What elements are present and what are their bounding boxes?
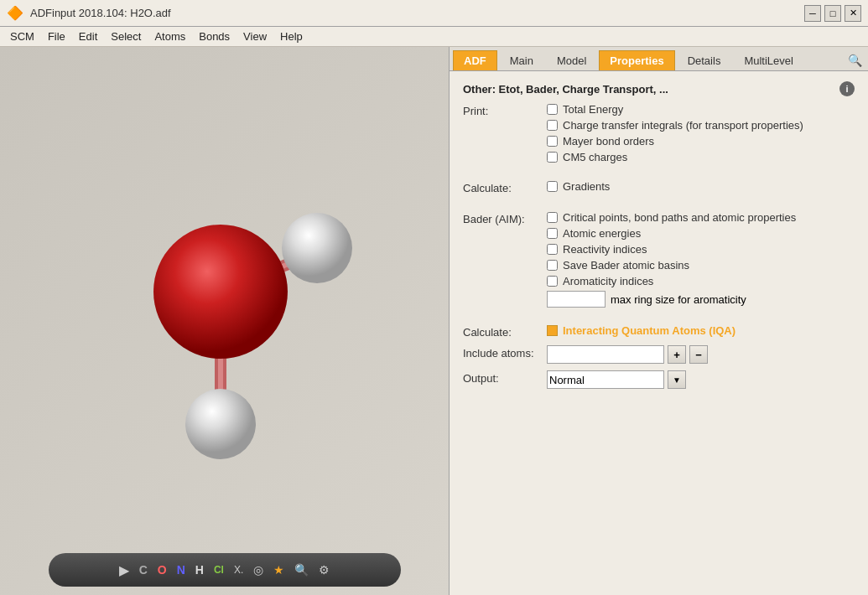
tab-multilevel[interactable]: MultiLevel: [733, 50, 804, 70]
print-total-energy-checkbox[interactable]: [547, 104, 558, 115]
menu-help[interactable]: Help: [273, 28, 309, 44]
output-row: Output: Normal Debug Minimal ▼: [463, 370, 855, 389]
print-charge-transfer-label: Charge transfer integrals (for transport…: [563, 119, 803, 132]
include-atoms-add-button[interactable]: +: [668, 345, 686, 364]
bader-label: Bader (AIM):: [463, 211, 547, 225]
print-label: Print:: [463, 103, 547, 117]
bader-atomic-energies-label: Atomic energies: [563, 227, 641, 240]
menu-view[interactable]: View: [236, 28, 273, 44]
menu-file[interactable]: File: [41, 28, 72, 44]
print-mayer-bond-label: Mayer bond orders: [563, 135, 654, 147]
settings-icon[interactable]: ⚙: [319, 563, 330, 577]
print-row: Print: Total Energy Charge transfer inte…: [463, 103, 855, 163]
bader-aromaticity-label: Aromaticity indices: [563, 275, 653, 287]
menu-bonds[interactable]: Bonds: [192, 28, 236, 44]
output-controls: Normal Debug Minimal ▼: [547, 370, 686, 389]
menu-select[interactable]: Select: [104, 28, 148, 44]
tab-search-icon[interactable]: 🔍: [845, 50, 865, 70]
content-area: Other: Etot, Bader, Charge Transport, ..…: [450, 71, 868, 595]
menu-atoms[interactable]: Atoms: [148, 28, 192, 44]
include-atoms-input[interactable]: [547, 345, 664, 364]
tab-details[interactable]: Details: [677, 50, 732, 70]
svg-point-4: [153, 225, 288, 359]
tab-adf[interactable]: ADF: [453, 50, 497, 70]
svg-point-6: [185, 389, 256, 459]
bader-aromaticity-checkbox[interactable]: [547, 276, 558, 287]
search-icon[interactable]: 🔍: [294, 563, 309, 577]
favorite-icon[interactable]: ★: [273, 563, 284, 577]
svg-point-5: [282, 213, 352, 283]
cursor-icon[interactable]: ▶: [119, 562, 129, 578]
calculate-label: Calculate:: [463, 180, 547, 194]
tab-properties[interactable]: Properties: [599, 50, 674, 70]
iqa-checkbox-indicator: [547, 325, 558, 336]
tab-main[interactable]: Main: [499, 50, 544, 70]
bader-aromaticity[interactable]: Aromaticity indices: [547, 275, 796, 287]
tab-model[interactable]: Model: [546, 50, 597, 70]
menu-edit[interactable]: Edit: [72, 28, 104, 44]
menubar: SCM File Edit Select Atoms Bonds View He…: [0, 27, 868, 47]
maximize-button[interactable]: □: [824, 5, 841, 22]
menu-scm[interactable]: SCM: [3, 28, 41, 44]
print-cm5-checkbox[interactable]: [547, 152, 558, 163]
print-charge-transfer-checkbox[interactable]: [547, 120, 558, 131]
molecule-svg: [65, 124, 384, 476]
print-mayer-bond-checkbox[interactable]: [547, 136, 558, 147]
nitrogen-icon[interactable]: N: [177, 563, 185, 577]
print-charge-transfer[interactable]: Charge transfer integrals (for transport…: [547, 119, 803, 132]
oxygen-icon[interactable]: O: [158, 563, 167, 577]
include-atoms-controls: + −: [547, 345, 708, 364]
molecule-canvas: [0, 47, 449, 553]
bader-atomic-energies[interactable]: Atomic energies: [547, 227, 796, 240]
bader-atomic-energies-checkbox[interactable]: [547, 228, 558, 239]
right-panel: ADF Main Model Properties Details MultiL…: [449, 47, 868, 595]
bader-row: Bader (AIM): Critical points, bond paths…: [463, 211, 855, 308]
hydrogen-icon[interactable]: H: [195, 563, 204, 577]
app-icon: 🔶: [7, 5, 23, 21]
output-dropdown-button[interactable]: ▼: [668, 370, 686, 389]
titlebar: 🔶 ADFinput 2018.104: H2O.adf ─ □ ✕: [0, 0, 868, 27]
window-title: ADFinput 2018.104: H2O.adf: [30, 7, 171, 19]
info-icon[interactable]: i: [839, 81, 855, 96]
window-controls: ─ □ ✕: [804, 5, 861, 22]
iqa-calculate-label: Calculate:: [463, 324, 547, 339]
output-label: Output:: [463, 370, 547, 385]
calc-gradients-checkbox[interactable]: [547, 181, 558, 192]
print-cm5-label: CM5 charges: [563, 151, 627, 163]
print-total-energy[interactable]: Total Energy: [547, 103, 803, 116]
calculate-row: Calculate: Gradients: [463, 180, 855, 194]
main-layout: ▶ C O N H Cl X. ◎ ★ 🔍 ⚙ ADF Main Model P…: [0, 47, 868, 595]
print-mayer-bond[interactable]: Mayer bond orders: [547, 135, 803, 147]
include-atoms-row: Include atoms: + −: [463, 345, 855, 364]
bader-critical-points[interactable]: Critical points, bond paths and atomic p…: [547, 211, 796, 224]
iqa-controls: Interacting Quantum Atoms (IQA): [547, 324, 735, 337]
bader-reactivity-checkbox[interactable]: [547, 244, 558, 255]
bader-save-basins-label: Save Bader atomic basins: [563, 259, 689, 272]
bader-save-basins[interactable]: Save Bader atomic basins: [547, 259, 796, 272]
iqa-label[interactable]: Interacting Quantum Atoms (IQA): [563, 324, 735, 337]
iqa-calculate-row: Calculate: Interacting Quantum Atoms (IQ…: [463, 324, 855, 339]
bader-save-basins-checkbox[interactable]: [547, 260, 558, 271]
print-controls: Total Energy Charge transfer integrals (…: [547, 103, 803, 163]
minimize-button[interactable]: ─: [804, 5, 821, 22]
bader-critical-points-checkbox[interactable]: [547, 212, 558, 223]
max-ring-label: max ring size for aromaticity: [611, 293, 746, 306]
include-atoms-label: Include atoms:: [463, 345, 547, 360]
bader-reactivity-label: Reactivity indices: [563, 243, 647, 256]
tabs-bar: ADF Main Model Properties Details MultiL…: [450, 47, 868, 71]
include-atoms-remove-button[interactable]: −: [689, 345, 708, 364]
close-button[interactable]: ✕: [845, 5, 861, 22]
ring-icon[interactable]: ◎: [253, 563, 263, 577]
calc-gradients[interactable]: Gradients: [547, 180, 610, 193]
bader-reactivity[interactable]: Reactivity indices: [547, 243, 796, 256]
print-cm5[interactable]: CM5 charges: [547, 151, 803, 163]
iqa-row: Interacting Quantum Atoms (IQA): [547, 324, 735, 337]
bader-critical-points-label: Critical points, bond paths and atomic p…: [563, 211, 796, 224]
carbon-icon[interactable]: C: [139, 563, 148, 577]
max-ring-row: max ring size for aromaticity: [547, 291, 796, 308]
chlorine-icon[interactable]: Cl: [214, 564, 224, 576]
molecule-toolbar: ▶ C O N H Cl X. ◎ ★ 🔍 ⚙: [49, 553, 401, 587]
output-select[interactable]: Normal Debug Minimal: [547, 370, 664, 389]
max-ring-input[interactable]: [547, 291, 606, 308]
element-x-icon[interactable]: X.: [234, 564, 243, 576]
